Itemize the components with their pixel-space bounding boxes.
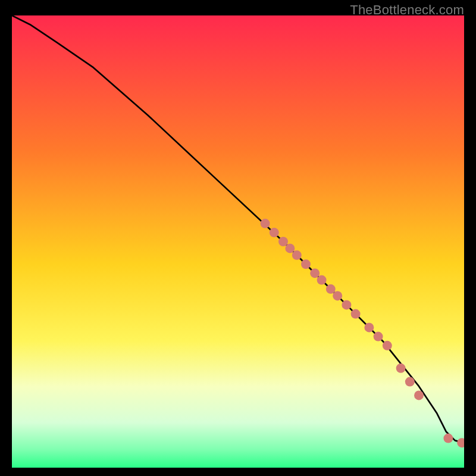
sample-point (396, 364, 406, 373)
sample-point (342, 300, 351, 309)
plot-area (12, 15, 464, 468)
sample-point (443, 434, 453, 443)
sample-point (414, 390, 424, 400)
sample-point (301, 259, 311, 269)
sample-points-group (261, 219, 464, 448)
chart-svg (12, 15, 464, 468)
sample-point (457, 438, 464, 447)
sample-point (326, 284, 336, 294)
sample-point (261, 219, 270, 228)
sample-point (364, 322, 374, 332)
sample-point (405, 377, 415, 387)
sample-point (278, 237, 288, 246)
sample-point (333, 291, 342, 300)
sample-point (351, 309, 361, 319)
sample-point (310, 268, 320, 278)
sample-point (285, 243, 295, 253)
sample-point (270, 228, 279, 237)
bottleneck-curve-path (12, 15, 464, 443)
sample-point (374, 332, 383, 342)
figure-container: TheBottleneck.com (0, 0, 476, 476)
sample-point (317, 275, 327, 285)
sample-point (292, 250, 302, 260)
sample-point (383, 341, 392, 350)
